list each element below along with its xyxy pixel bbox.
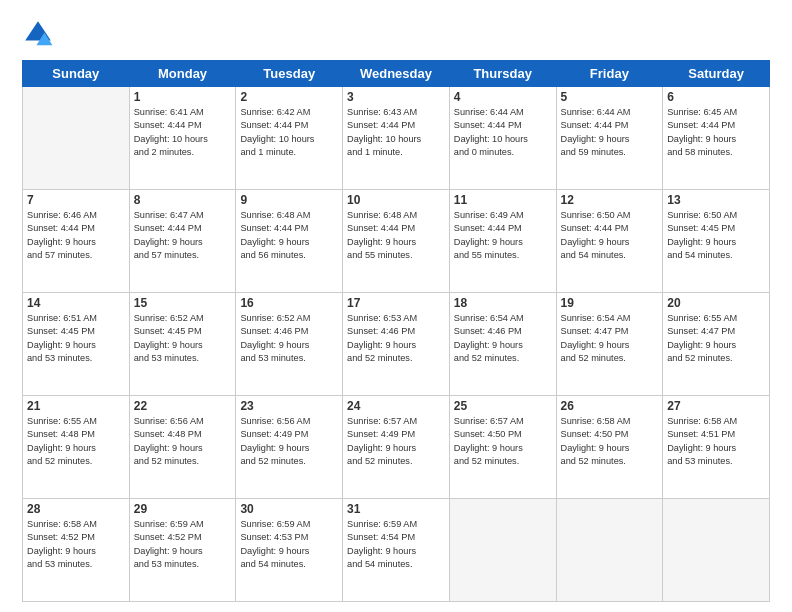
- day-info: Sunrise: 6:57 AMSunset: 4:49 PMDaylight:…: [347, 415, 445, 468]
- day-number: 24: [347, 399, 445, 413]
- calendar-cell: 8Sunrise: 6:47 AMSunset: 4:44 PMDaylight…: [129, 190, 236, 293]
- day-info: Sunrise: 6:50 AMSunset: 4:44 PMDaylight:…: [561, 209, 659, 262]
- day-number: 21: [27, 399, 125, 413]
- day-number: 28: [27, 502, 125, 516]
- day-number: 14: [27, 296, 125, 310]
- day-info: Sunrise: 6:59 AMSunset: 4:54 PMDaylight:…: [347, 518, 445, 571]
- day-number: 12: [561, 193, 659, 207]
- day-number: 27: [667, 399, 765, 413]
- day-number: 19: [561, 296, 659, 310]
- header: [22, 18, 770, 50]
- day-info: Sunrise: 6:56 AMSunset: 4:49 PMDaylight:…: [240, 415, 338, 468]
- day-number: 20: [667, 296, 765, 310]
- day-number: 1: [134, 90, 232, 104]
- calendar-cell: 30Sunrise: 6:59 AMSunset: 4:53 PMDayligh…: [236, 499, 343, 602]
- day-info: Sunrise: 6:45 AMSunset: 4:44 PMDaylight:…: [667, 106, 765, 159]
- calendar-cell: 31Sunrise: 6:59 AMSunset: 4:54 PMDayligh…: [343, 499, 450, 602]
- dow-header-monday: Monday: [129, 61, 236, 87]
- day-info: Sunrise: 6:47 AMSunset: 4:44 PMDaylight:…: [134, 209, 232, 262]
- day-info: Sunrise: 6:59 AMSunset: 4:52 PMDaylight:…: [134, 518, 232, 571]
- day-number: 11: [454, 193, 552, 207]
- day-number: 9: [240, 193, 338, 207]
- day-info: Sunrise: 6:42 AMSunset: 4:44 PMDaylight:…: [240, 106, 338, 159]
- day-info: Sunrise: 6:49 AMSunset: 4:44 PMDaylight:…: [454, 209, 552, 262]
- day-info: Sunrise: 6:55 AMSunset: 4:48 PMDaylight:…: [27, 415, 125, 468]
- day-number: 30: [240, 502, 338, 516]
- day-number: 16: [240, 296, 338, 310]
- logo-icon: [22, 18, 54, 50]
- calendar-body: 1Sunrise: 6:41 AMSunset: 4:44 PMDaylight…: [23, 87, 770, 602]
- calendar-table: SundayMondayTuesdayWednesdayThursdayFrid…: [22, 60, 770, 602]
- day-number: 13: [667, 193, 765, 207]
- dow-header-thursday: Thursday: [449, 61, 556, 87]
- calendar-cell: 5Sunrise: 6:44 AMSunset: 4:44 PMDaylight…: [556, 87, 663, 190]
- day-number: 31: [347, 502, 445, 516]
- calendar-cell: 6Sunrise: 6:45 AMSunset: 4:44 PMDaylight…: [663, 87, 770, 190]
- calendar-cell: 17Sunrise: 6:53 AMSunset: 4:46 PMDayligh…: [343, 293, 450, 396]
- day-info: Sunrise: 6:54 AMSunset: 4:47 PMDaylight:…: [561, 312, 659, 365]
- day-number: 6: [667, 90, 765, 104]
- day-number: 10: [347, 193, 445, 207]
- calendar-cell: 3Sunrise: 6:43 AMSunset: 4:44 PMDaylight…: [343, 87, 450, 190]
- day-info: Sunrise: 6:43 AMSunset: 4:44 PMDaylight:…: [347, 106, 445, 159]
- calendar-cell: [23, 87, 130, 190]
- day-info: Sunrise: 6:58 AMSunset: 4:51 PMDaylight:…: [667, 415, 765, 468]
- week-row-3: 21Sunrise: 6:55 AMSunset: 4:48 PMDayligh…: [23, 396, 770, 499]
- day-number: 7: [27, 193, 125, 207]
- day-info: Sunrise: 6:50 AMSunset: 4:45 PMDaylight:…: [667, 209, 765, 262]
- day-number: 29: [134, 502, 232, 516]
- dow-header-sunday: Sunday: [23, 61, 130, 87]
- day-number: 3: [347, 90, 445, 104]
- day-info: Sunrise: 6:48 AMSunset: 4:44 PMDaylight:…: [240, 209, 338, 262]
- calendar-cell: 21Sunrise: 6:55 AMSunset: 4:48 PMDayligh…: [23, 396, 130, 499]
- calendar-cell: 22Sunrise: 6:56 AMSunset: 4:48 PMDayligh…: [129, 396, 236, 499]
- day-info: Sunrise: 6:59 AMSunset: 4:53 PMDaylight:…: [240, 518, 338, 571]
- day-number: 4: [454, 90, 552, 104]
- day-of-week-row: SundayMondayTuesdayWednesdayThursdayFrid…: [23, 61, 770, 87]
- calendar-cell: 1Sunrise: 6:41 AMSunset: 4:44 PMDaylight…: [129, 87, 236, 190]
- logo: [22, 18, 58, 50]
- calendar-cell: 7Sunrise: 6:46 AMSunset: 4:44 PMDaylight…: [23, 190, 130, 293]
- day-info: Sunrise: 6:44 AMSunset: 4:44 PMDaylight:…: [561, 106, 659, 159]
- calendar-cell: 24Sunrise: 6:57 AMSunset: 4:49 PMDayligh…: [343, 396, 450, 499]
- dow-header-friday: Friday: [556, 61, 663, 87]
- calendar-cell: [449, 499, 556, 602]
- calendar-cell: 27Sunrise: 6:58 AMSunset: 4:51 PMDayligh…: [663, 396, 770, 499]
- calendar-cell: 10Sunrise: 6:48 AMSunset: 4:44 PMDayligh…: [343, 190, 450, 293]
- day-info: Sunrise: 6:52 AMSunset: 4:45 PMDaylight:…: [134, 312, 232, 365]
- day-info: Sunrise: 6:57 AMSunset: 4:50 PMDaylight:…: [454, 415, 552, 468]
- day-info: Sunrise: 6:58 AMSunset: 4:52 PMDaylight:…: [27, 518, 125, 571]
- day-info: Sunrise: 6:55 AMSunset: 4:47 PMDaylight:…: [667, 312, 765, 365]
- day-number: 17: [347, 296, 445, 310]
- day-info: Sunrise: 6:56 AMSunset: 4:48 PMDaylight:…: [134, 415, 232, 468]
- day-info: Sunrise: 6:41 AMSunset: 4:44 PMDaylight:…: [134, 106, 232, 159]
- calendar-cell: 11Sunrise: 6:49 AMSunset: 4:44 PMDayligh…: [449, 190, 556, 293]
- calendar-cell: 2Sunrise: 6:42 AMSunset: 4:44 PMDaylight…: [236, 87, 343, 190]
- day-number: 8: [134, 193, 232, 207]
- calendar-cell: 20Sunrise: 6:55 AMSunset: 4:47 PMDayligh…: [663, 293, 770, 396]
- day-info: Sunrise: 6:54 AMSunset: 4:46 PMDaylight:…: [454, 312, 552, 365]
- page: SundayMondayTuesdayWednesdayThursdayFrid…: [0, 0, 792, 612]
- day-info: Sunrise: 6:51 AMSunset: 4:45 PMDaylight:…: [27, 312, 125, 365]
- day-info: Sunrise: 6:58 AMSunset: 4:50 PMDaylight:…: [561, 415, 659, 468]
- calendar-cell: 28Sunrise: 6:58 AMSunset: 4:52 PMDayligh…: [23, 499, 130, 602]
- calendar-cell: 14Sunrise: 6:51 AMSunset: 4:45 PMDayligh…: [23, 293, 130, 396]
- dow-header-saturday: Saturday: [663, 61, 770, 87]
- calendar-cell: 18Sunrise: 6:54 AMSunset: 4:46 PMDayligh…: [449, 293, 556, 396]
- day-info: Sunrise: 6:46 AMSunset: 4:44 PMDaylight:…: [27, 209, 125, 262]
- day-number: 2: [240, 90, 338, 104]
- calendar-cell: 25Sunrise: 6:57 AMSunset: 4:50 PMDayligh…: [449, 396, 556, 499]
- calendar-cell: 12Sunrise: 6:50 AMSunset: 4:44 PMDayligh…: [556, 190, 663, 293]
- day-number: 26: [561, 399, 659, 413]
- day-number: 25: [454, 399, 552, 413]
- day-number: 15: [134, 296, 232, 310]
- week-row-0: 1Sunrise: 6:41 AMSunset: 4:44 PMDaylight…: [23, 87, 770, 190]
- dow-header-tuesday: Tuesday: [236, 61, 343, 87]
- day-info: Sunrise: 6:52 AMSunset: 4:46 PMDaylight:…: [240, 312, 338, 365]
- week-row-4: 28Sunrise: 6:58 AMSunset: 4:52 PMDayligh…: [23, 499, 770, 602]
- day-number: 18: [454, 296, 552, 310]
- dow-header-wednesday: Wednesday: [343, 61, 450, 87]
- calendar-cell: [663, 499, 770, 602]
- calendar-cell: 13Sunrise: 6:50 AMSunset: 4:45 PMDayligh…: [663, 190, 770, 293]
- calendar-cell: 26Sunrise: 6:58 AMSunset: 4:50 PMDayligh…: [556, 396, 663, 499]
